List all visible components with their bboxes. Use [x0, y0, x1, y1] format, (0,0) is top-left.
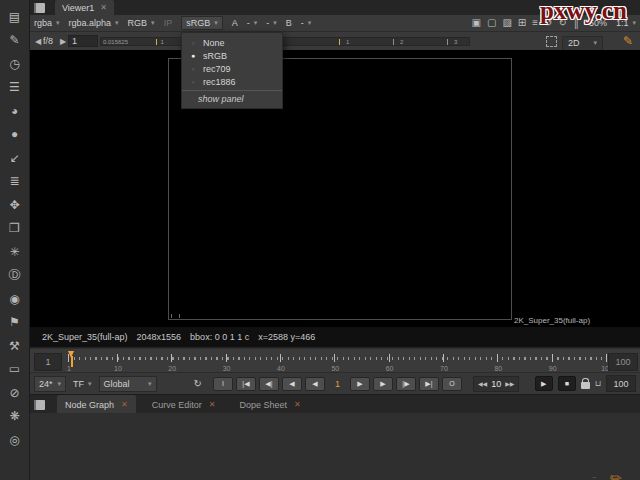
radio-dot-icon: ● [189, 52, 197, 59]
prev-keyframe-button[interactable]: ◀| [259, 377, 279, 391]
next-stop-button[interactable]: ▶ [60, 32, 66, 50]
channels-dropdown[interactable]: rgba ▾ [34, 18, 60, 28]
metadata-icon[interactable]: ⚑ [0, 311, 29, 335]
monitor-output-icon[interactable]: ⊞ [518, 18, 526, 28]
deep-icon[interactable]: Ⓓ [0, 264, 29, 288]
colorspace-menu: ●None●sRGB●rec709●rec1886 show panel [181, 32, 283, 109]
increment-value[interactable]: 10 [491, 379, 501, 389]
dock-tab-label: Dope Sheet [239, 400, 287, 410]
views-icon[interactable]: ◉ [0, 287, 29, 311]
close-icon[interactable]: ✕ [121, 400, 128, 409]
play-flipbook-button[interactable]: ▶ [535, 376, 553, 391]
play-forward-button[interactable]: ▶ [350, 377, 370, 391]
viewer-canvas[interactable]: 2K_Super_35(full-ap) [30, 50, 640, 327]
next-keyframe-button[interactable]: |▶ [396, 377, 416, 391]
node-graph-panel[interactable]: ~ ✎ [30, 413, 640, 480]
radio-dot-icon: ● [189, 65, 197, 72]
slider-tick [156, 39, 157, 45]
draw-icon[interactable]: ✎ [0, 29, 29, 53]
close-icon[interactable]: ✕ [100, 3, 107, 12]
ruler-frame-label: 50 [331, 365, 339, 372]
image-icon[interactable]: ▤ [0, 5, 29, 29]
view-mode-dropdown[interactable]: 2D ▾ [562, 36, 603, 51]
input-a-label: A [232, 18, 238, 28]
loop-mode-icon[interactable]: ↻ [194, 378, 202, 389]
lock-range-icon[interactable] [581, 382, 590, 389]
timeline-ruler[interactable]: 1102030405060708090100 [66, 349, 604, 373]
frame-range-scope-dropdown[interactable]: Global ▾ [99, 376, 157, 392]
timeline-range-dropdown[interactable]: TF ▾ [73, 379, 92, 389]
merge-icon[interactable]: ≣ [0, 170, 29, 194]
format-box-icon[interactable]: ▢ [487, 18, 496, 28]
stop-button[interactable]: ■ [558, 376, 576, 391]
last-frame-button[interactable]: ▶| [419, 377, 439, 391]
colorspace-option-none[interactable]: ●None [182, 36, 282, 49]
step-forward-button[interactable]: ▶ [373, 377, 393, 391]
ofx-icon[interactable]: ◎ [0, 428, 29, 452]
tab-node-graph[interactable]: Node Graph✕ [57, 395, 136, 414]
gain-region-icon[interactable]: ▣ [471, 18, 480, 28]
increment-forward-button[interactable]: ▶▶ [505, 380, 514, 387]
toolsets-icon[interactable]: ⚒ [0, 334, 29, 358]
timeline: 1 1102030405060708090100 100 [30, 348, 640, 373]
input-a-dropdown[interactable]: - ▾ [247, 18, 258, 28]
transform-icon[interactable]: ✥ [0, 193, 29, 217]
input-b-dropdown[interactable]: - ▾ [301, 18, 312, 28]
gain-value-field[interactable]: 1 [68, 35, 98, 47]
colorspace-option-rec709[interactable]: ●rec709 [182, 62, 282, 75]
other-icon[interactable]: ▭ [0, 358, 29, 382]
range-end-field[interactable]: 100 [606, 375, 636, 392]
wipe-mode-dropdown[interactable]: - ▾ [266, 18, 277, 28]
colorspace-dropdown[interactable]: sRGB ▾ [181, 16, 223, 30]
range-icon[interactable]: ⊔ [595, 379, 601, 388]
close-icon[interactable]: ✕ [209, 400, 216, 409]
current-frame-value: 1 [335, 379, 340, 389]
step-back-button[interactable]: ◀ [282, 377, 302, 391]
color-icon[interactable]: ◕ [0, 99, 29, 123]
close-icon[interactable]: ✕ [294, 400, 301, 409]
gamma-slider[interactable]: 1 2 3 [252, 37, 470, 46]
filter-icon[interactable]: ● [0, 123, 29, 147]
pane-menu-icon[interactable] [34, 3, 45, 13]
particles-icon[interactable]: ✳ [0, 240, 29, 264]
wipe-stripes-icon[interactable]: ▨ [502, 18, 511, 28]
plugins-icon[interactable]: ❋ [0, 405, 29, 429]
fps-dropdown[interactable]: 24* ▾ [34, 376, 66, 392]
ruler-major-tick [226, 354, 227, 362]
roi-icon[interactable] [546, 36, 557, 47]
timeline-start-field[interactable]: 1 [34, 353, 62, 371]
first-frame-button[interactable]: |◀ [236, 377, 256, 391]
keyer-icon[interactable]: ↙ [0, 146, 29, 170]
wipe-pencil-icon[interactable]: ✎ [623, 32, 633, 50]
input-process-button[interactable]: IP [164, 18, 173, 28]
time-icon[interactable]: ◷ [0, 52, 29, 76]
chevron-down-icon: ▾ [632, 19, 636, 27]
ruler-major-tick [443, 354, 444, 362]
scanline-icon[interactable]: ≡ [532, 18, 538, 28]
viewer-gain-gamma-bar: ◀ f/8 ▶ 1 0.015625 1 1 2 3 2D ▾ [30, 32, 640, 51]
increment-back-button[interactable]: ◀◀ [478, 380, 487, 387]
colorspace-option-srgb[interactable]: ●sRGB [182, 49, 282, 62]
pane-menu-icon[interactable] [34, 400, 45, 410]
colorspace-show-panel[interactable]: show panel [182, 90, 282, 106]
dock-tab-label: Node Graph [65, 400, 114, 410]
threed-icon[interactable]: ❐ [0, 217, 29, 241]
origin-tick [171, 314, 172, 318]
chevron-down-icon: ▾ [56, 19, 60, 27]
tab-viewer1[interactable]: Viewer1 ✕ [55, 0, 114, 15]
prev-stop-button[interactable]: ◀ [35, 32, 41, 50]
ruler-frame-label: 60 [386, 365, 394, 372]
layer-dropdown[interactable]: rgba.alpha ▾ [69, 18, 119, 28]
tab-curve-editor[interactable]: Curve Editor✕ [144, 395, 224, 414]
display-channel-dropdown[interactable]: RGB ▾ [128, 18, 155, 28]
tab-dope-sheet[interactable]: Dope Sheet✕ [231, 395, 308, 414]
colorspace-option-rec1886[interactable]: ●rec1886 [182, 75, 282, 88]
chevron-down-icon: ▾ [151, 19, 155, 27]
ruler-frame-label: 80 [494, 365, 502, 372]
frame-range-button[interactable]: I [213, 377, 233, 391]
channel-icon[interactable]: ☰ [0, 76, 29, 100]
playback-mode-button[interactable]: O [442, 377, 462, 391]
furnace-icon[interactable]: ⊘ [0, 381, 29, 405]
timeline-end-field[interactable]: 100 [608, 353, 638, 371]
play-backward-button[interactable]: ◀ [305, 377, 325, 391]
